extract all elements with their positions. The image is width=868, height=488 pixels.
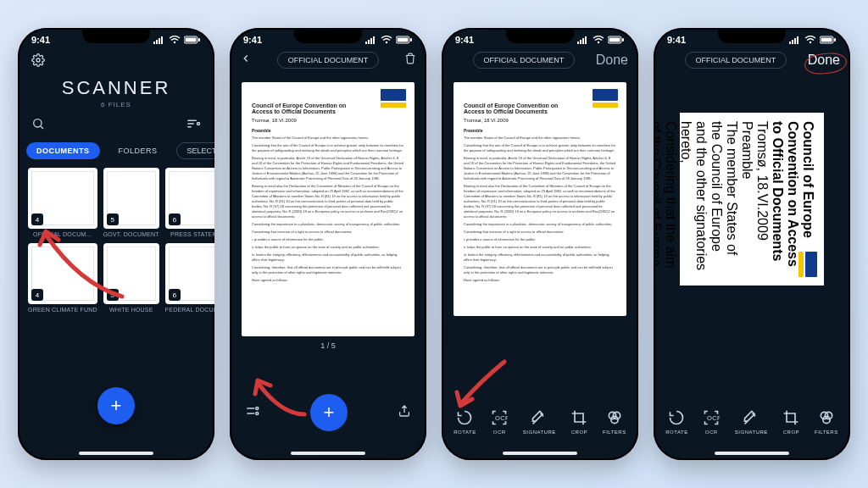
- doc-caption: FEDERAL DOCUMENTS: [165, 307, 214, 313]
- select-button[interactable]: SELECT: [176, 142, 214, 159]
- doc-text: iii. fosters the integrity, efficiency, …: [464, 252, 616, 263]
- battery-icon: [396, 36, 413, 44]
- doc-text: The member States of the Council of Euro…: [678, 121, 739, 277]
- battery-icon: [184, 36, 201, 44]
- back-icon[interactable]: [240, 53, 252, 68]
- svg-rect-34: [792, 40, 793, 44]
- svg-rect-18: [410, 38, 412, 42]
- search-icon[interactable]: [31, 117, 45, 134]
- document-page-rotated[interactable]: Council of Europe Convention on Access t…: [680, 113, 824, 286]
- doc-text: Bearing in mind, in particular, Article …: [252, 156, 404, 181]
- wifi-icon: [381, 36, 392, 44]
- doc-heading: Preamble: [252, 128, 404, 133]
- tool-label: ROTATE: [665, 430, 687, 435]
- settings-icon[interactable]: [31, 53, 45, 70]
- doc-thumb[interactable]: 6: [165, 168, 214, 229]
- page-badge: 5: [107, 214, 119, 225]
- home-indicator: [503, 452, 577, 455]
- svg-rect-27: [609, 38, 620, 42]
- tool-ocr[interactable]: OCROCR: [490, 408, 509, 435]
- phone-viewer: 9:41 OFFICIAL DOCUMENT Council of Europe…: [230, 28, 426, 460]
- battery-icon: [820, 36, 837, 44]
- wifi-icon: [804, 36, 816, 44]
- document-page[interactable]: Council of Europe Convention on Access t…: [453, 82, 626, 316]
- trash-icon[interactable]: [404, 53, 416, 68]
- tool-filters[interactable]: FILTERS: [603, 408, 626, 435]
- tool-label: OCR: [493, 430, 506, 435]
- tool-label: ROTATE: [453, 430, 476, 435]
- svg-rect-12: [368, 40, 370, 44]
- svg-rect-13: [370, 38, 372, 44]
- doc-thumb[interactable]: 6: [165, 243, 214, 304]
- add-button[interactable]: +: [97, 387, 135, 424]
- folder-chip[interactable]: OFFICIAL DOCUMENT: [277, 52, 380, 69]
- tool-crop[interactable]: CROP: [570, 408, 588, 435]
- tab-folders[interactable]: FOLDERS: [108, 142, 168, 159]
- wifi-icon: [593, 36, 604, 44]
- tool-crop[interactable]: CROP: [782, 408, 800, 435]
- edit-icon[interactable]: [245, 403, 260, 422]
- tool-rotate[interactable]: ROTATE: [453, 408, 476, 435]
- folder-chip[interactable]: OFFICIAL DOCUMENT: [473, 52, 576, 69]
- wifi-icon: [169, 36, 181, 44]
- phone-edit: 9:41 OFFICIAL DOCUMENT Done Council of E…: [442, 28, 638, 460]
- doc-thumb[interactable]: 5: [103, 168, 159, 229]
- doc-text: i. provides a source of information for …: [252, 237, 404, 242]
- doc-caption: GREEN CLIMATE FUND: [28, 307, 97, 313]
- doc-text: Considering the importance in a pluralis…: [252, 222, 404, 227]
- signal-icon: [789, 36, 801, 44]
- svg-point-8: [36, 58, 40, 62]
- signal-icon: [365, 36, 377, 44]
- ocr-icon: OCR: [702, 408, 721, 427]
- svg-rect-40: [834, 38, 836, 42]
- doc-thumb[interactable]: 4: [28, 168, 97, 229]
- page-indicator: 1 / 5: [230, 336, 426, 355]
- status-time: 9:41: [667, 35, 686, 45]
- doc-text: Considering that the aim of the Council …: [464, 143, 616, 153]
- page-badge: 6: [169, 289, 181, 301]
- svg-point-25: [598, 42, 599, 43]
- status-time: 9:41: [455, 35, 474, 45]
- tool-rotate[interactable]: ROTATE: [665, 408, 687, 435]
- page-badge: 4: [31, 289, 43, 301]
- done-button[interactable]: Done: [596, 53, 628, 68]
- sort-icon[interactable]: [186, 118, 201, 133]
- add-page-button[interactable]: +: [310, 394, 348, 431]
- svg-rect-0: [153, 42, 155, 44]
- home-indicator: [291, 452, 365, 455]
- doc-thumb[interactable]: 5: [103, 243, 159, 304]
- svg-text:OCR: OCR: [707, 414, 720, 422]
- svg-rect-33: [789, 42, 791, 44]
- svg-point-32: [611, 416, 618, 423]
- doc-caption: PRESS STATEMENT: [165, 231, 214, 237]
- doc-heading: Preamble: [739, 121, 754, 277]
- doc-text: Have agreed as follows:: [464, 278, 616, 283]
- coe-logo-icon: [798, 252, 817, 277]
- doc-thumb[interactable]: 4: [28, 243, 97, 304]
- document-page[interactable]: Council of Europe Convention on Access t…: [242, 82, 415, 336]
- share-icon[interactable]: [398, 403, 411, 422]
- svg-rect-2: [159, 38, 160, 44]
- doc-text: Considering, therefore, that all officia…: [252, 265, 404, 275]
- folder-chip[interactable]: OFFICIAL DOCUMENT: [685, 52, 787, 69]
- tool-label: SIGNATURE: [735, 430, 768, 435]
- svg-rect-11: [365, 42, 367, 44]
- page-badge: 5: [107, 289, 119, 301]
- app-title: SCANNER: [18, 77, 214, 99]
- svg-text:OCR: OCR: [495, 414, 508, 422]
- document-grid: 4OFFICIAL DOCUM… 5GOVT. DOCUMENT 6PRESS …: [18, 168, 214, 313]
- svg-rect-35: [794, 38, 796, 44]
- tab-documents[interactable]: DOCUMENTS: [26, 142, 100, 159]
- edit-toolbar: ROTATE OCROCR SIGNATURE CROP FILTERS: [442, 408, 638, 445]
- tool-label: CROP: [571, 430, 587, 435]
- coe-logo-icon: [381, 89, 406, 108]
- svg-rect-22: [580, 40, 581, 44]
- tool-filters[interactable]: FILTERS: [815, 408, 838, 435]
- tool-signature[interactable]: SIGNATURE: [523, 408, 556, 435]
- notch: [82, 28, 150, 43]
- doc-text: i. provides a source of information for …: [464, 237, 616, 242]
- tool-ocr[interactable]: OCROCR: [702, 408, 721, 435]
- tool-signature[interactable]: SIGNATURE: [735, 408, 768, 435]
- doc-text: ii. helps the public to form an opinion …: [464, 245, 616, 250]
- ocr-icon: OCR: [490, 408, 509, 427]
